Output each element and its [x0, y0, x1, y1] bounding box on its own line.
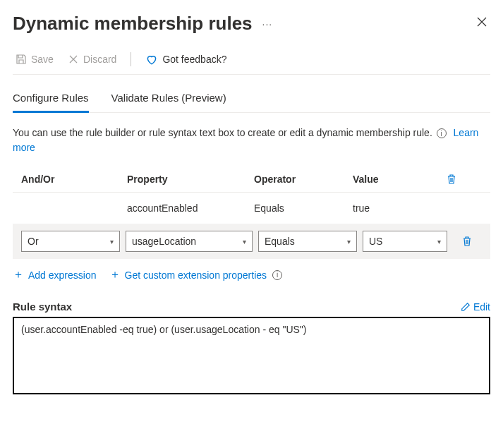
cell-property: accountEnabled: [127, 202, 254, 214]
plus-icon: ＋: [13, 267, 24, 282]
edit-label: Edit: [473, 301, 490, 313]
discard-icon: [68, 54, 79, 65]
save-icon: [16, 54, 27, 65]
delete-column-icon: [437, 174, 466, 185]
andor-select[interactable]: Or ▾: [21, 231, 120, 252]
more-actions-ellipsis[interactable]: ···: [262, 18, 273, 30]
col-property: Property: [127, 174, 254, 185]
save-label: Save: [31, 54, 54, 65]
feedback-label: Got feedback?: [162, 54, 226, 65]
info-icon[interactable]: i: [437, 128, 447, 138]
andor-select-value: Or: [28, 236, 39, 247]
close-icon[interactable]: [473, 13, 490, 34]
chevron-down-icon: ▾: [243, 238, 246, 246]
helper-text: You can use the rule builder or rule syn…: [13, 127, 432, 138]
discard-button[interactable]: Discard: [65, 52, 119, 66]
heart-icon: [145, 53, 158, 66]
operator-select[interactable]: Equals ▾: [258, 231, 357, 252]
value-select-value: US: [369, 236, 382, 247]
property-select[interactable]: usageLocation ▾: [126, 231, 253, 252]
add-expression-button[interactable]: ＋ Add expression: [13, 267, 97, 282]
tab-validate-rules[interactable]: Validate Rules (Preview): [111, 85, 226, 112]
cell-operator: Equals: [254, 202, 353, 214]
panel-header: Dynamic membership rules ···: [13, 13, 490, 35]
tab-configure-rules[interactable]: Configure Rules: [13, 85, 89, 113]
rule-actions: ＋ Add expression ＋ Get custom extension …: [13, 267, 490, 282]
table-row: accountEnabled Equals true: [13, 193, 490, 224]
cell-value: true: [353, 202, 437, 214]
chevron-down-icon: ▾: [347, 238, 351, 246]
info-icon[interactable]: i: [272, 270, 282, 280]
value-select[interactable]: US ▾: [363, 231, 447, 252]
page-title: Dynamic membership rules: [13, 13, 253, 35]
toolbar-divider: [131, 52, 131, 66]
rule-syntax-label: Rule syntax: [13, 301, 72, 313]
feedback-button[interactable]: Got feedback?: [143, 52, 229, 67]
get-custom-extension-button[interactable]: ＋ Get custom extension properties i: [109, 267, 284, 282]
table-row: Or ▾ usageLocation ▾ Equals ▾ US ▾: [13, 224, 490, 259]
table-header-row: And/Or Property Operator Value: [13, 167, 490, 193]
col-operator: Operator: [254, 174, 353, 185]
pencil-icon: [461, 302, 471, 312]
rule-syntax-header: Rule syntax Edit: [13, 301, 490, 313]
rule-syntax-textbox[interactable]: (user.accountEnabled -eq true) or (user.…: [13, 317, 490, 394]
save-button[interactable]: Save: [13, 52, 56, 66]
tab-bar: Configure Rules Validate Rules (Preview): [13, 85, 490, 113]
chevron-down-icon: ▾: [437, 238, 441, 246]
edit-syntax-button[interactable]: Edit: [461, 301, 490, 313]
plus-icon: ＋: [109, 267, 121, 282]
add-expression-label: Add expression: [28, 270, 97, 281]
title-wrap: Dynamic membership rules ···: [13, 13, 272, 35]
discard-label: Discard: [83, 54, 116, 65]
get-custom-label: Get custom extension properties: [125, 270, 267, 281]
operator-select-value: Equals: [265, 236, 295, 247]
command-bar: Save Discard Got feedback?: [13, 52, 490, 75]
property-select-value: usageLocation: [132, 236, 196, 247]
col-andor: And/Or: [21, 174, 127, 185]
rule-builder-table: And/Or Property Operator Value accountEn…: [13, 167, 490, 259]
helper-text-block: You can use the rule builder or rule syn…: [13, 126, 490, 155]
col-value: Value: [353, 174, 437, 185]
delete-row-button[interactable]: [453, 236, 481, 247]
chevron-down-icon: ▾: [110, 238, 114, 246]
